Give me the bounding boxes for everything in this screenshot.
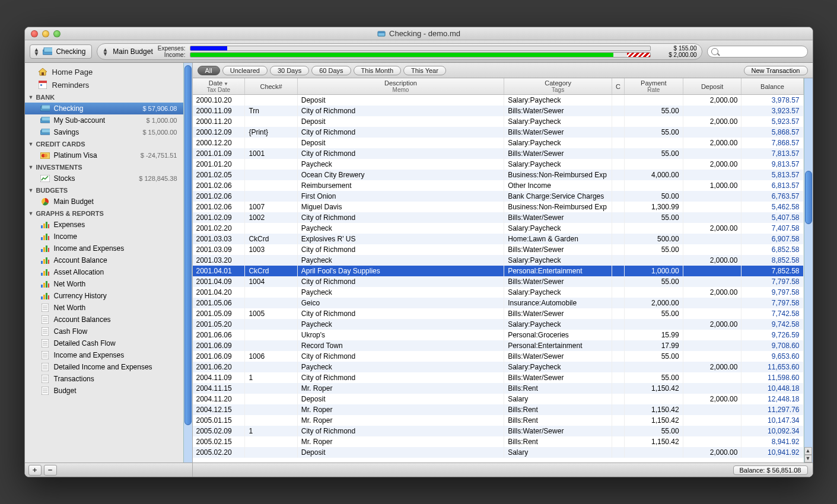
scrollbar-thumb[interactable]	[184, 65, 192, 425]
col-payment[interactable]: PaymentRate	[624, 78, 683, 95]
col-balance[interactable]: Balance	[741, 78, 803, 95]
sidebar-item[interactable]: Savings$ 15,000.00	[25, 126, 183, 138]
scrollbar-thumb[interactable]	[805, 171, 812, 225]
sidebar-item[interactable]: Net Worth	[25, 278, 183, 290]
table-row[interactable]: 2004.11.15Mr. RoperBills:Rent1,150.4210,…	[193, 383, 804, 394]
sidebar-item[interactable]: Account Balance	[25, 254, 183, 266]
sidebar-item[interactable]: My Sub-account$ 1,000.00	[25, 114, 183, 126]
table-row[interactable]: 2000.12.09{Print}City of RichmondBills:W…	[193, 127, 804, 138]
table-row[interactable]: 2001.02.06ReimbursementOther Income1,000…	[193, 180, 804, 191]
sidebar-item[interactable]: Expenses	[25, 219, 183, 231]
filter-pill[interactable]: 60 Days	[311, 66, 351, 75]
table-row[interactable]: 2001.06.20PaycheckSalary:Paycheck2,000.0…	[193, 362, 804, 372]
table-row[interactable]: 2001.04.091004City of RichmondBills:Wate…	[193, 276, 804, 287]
table-row[interactable]: 2001.01.20PaycheckSalary:Paycheck2,000.0…	[193, 159, 804, 170]
sidebar-item[interactable]: Cash Flow	[25, 326, 183, 337]
table-row[interactable]: 2001.04.01CkCrdApril Fool's Day Supplies…	[193, 266, 804, 276]
table-row[interactable]: 2001.04.20PaycheckSalary:Paycheck2,000.0…	[193, 287, 804, 298]
col-category[interactable]: CategoryTags	[504, 78, 612, 95]
col-deposit[interactable]: Deposit	[683, 78, 741, 95]
table-row[interactable]: 2000.11.20DepositSalary:Paycheck2,000.00…	[193, 116, 804, 127]
sidebar-section-header[interactable]: ▼BANK	[25, 91, 183, 103]
sidebar-item[interactable]: Stocks$ 128,845.38	[25, 173, 183, 184]
col-date[interactable]: Date▼Tax Date	[193, 78, 245, 95]
transactions-table[interactable]: Date▼Tax Date Check# DescriptionMemo Cat…	[193, 78, 804, 462]
search-field[interactable]	[707, 46, 808, 58]
pie-icon	[40, 197, 50, 206]
sidebar-item[interactable]: Transactions	[25, 373, 183, 385]
zoom-button[interactable]	[53, 30, 61, 37]
filter-pill[interactable]: 30 Days	[270, 66, 309, 75]
filter-pill[interactable]: This Year	[403, 66, 446, 75]
sidebar-item[interactable]: Platinum Visa$ -24,751.51	[25, 149, 183, 161]
new-transaction-button[interactable]: New Transaction	[744, 66, 808, 75]
table-row[interactable]: 2004.11.20DepositSalary2,000.0012,448.18	[193, 394, 804, 404]
table-row[interactable]: 2005.01.15Mr. RoperBills:Rent1,150.4210,…	[193, 415, 804, 426]
remove-button[interactable]: −	[44, 465, 57, 476]
table-row[interactable]: 2000.10.20DepositSalary:Paycheck2,000.00…	[193, 95, 804, 106]
table-row[interactable]: 2001.02.05Ocean City BreweryBusiness:Non…	[193, 170, 804, 180]
filter-pill[interactable]: This Month	[354, 66, 401, 75]
sidebar-item-balance: $ 57,906.08	[142, 105, 177, 112]
table-row[interactable]: 2001.03.091003City of RichmondBills:Wate…	[193, 244, 804, 255]
table-row[interactable]: 2001.05.06GeicoInsurance:Automobile2,000…	[193, 298, 804, 308]
sidebar-section-header[interactable]: ▼GRAPHS & REPORTS	[25, 208, 183, 219]
sidebar-section-header[interactable]: ▼INVESTMENTS	[25, 161, 183, 173]
sidebar-item[interactable]: Income and Expenses	[25, 349, 183, 361]
table-row[interactable]: 2001.03.03CkCrdExplosives R' USHome:Lawn…	[193, 234, 804, 244]
table-row[interactable]: 2001.02.091002City of RichmondBills:Wate…	[193, 212, 804, 223]
sidebar-item[interactable]: Income and Expenses	[25, 243, 183, 254]
sidebar-item[interactable]: Detailed Cash Flow	[25, 337, 183, 349]
table-row[interactable]: 2001.06.091006City of RichmondBills:Wate…	[193, 351, 804, 362]
sidebar-item[interactable]: Net Worth	[25, 302, 183, 314]
sidebar-scrollbar[interactable]	[183, 63, 192, 462]
table-header-row[interactable]: Date▼Tax Date Check# DescriptionMemo Cat…	[193, 78, 804, 95]
sidebar-reminders[interactable]: Reminders	[25, 78, 183, 91]
table-row[interactable]: 2001.02.06First OnionBank Charge:Service…	[193, 191, 804, 202]
col-check[interactable]: Check#	[245, 78, 297, 95]
table-row[interactable]: 2004.12.15Mr. RoperBills:Rent1,150.4211,…	[193, 404, 804, 415]
scroll-down-icon[interactable]: ▼	[804, 455, 812, 462]
sidebar-item[interactable]: Account Balances	[25, 314, 183, 326]
col-cleared[interactable]: C	[612, 78, 625, 95]
add-button[interactable]: +	[28, 465, 42, 476]
col-description[interactable]: DescriptionMemo	[297, 78, 504, 95]
table-row[interactable]: 2001.06.06Ukrop'sPersonal:Groceries15.99…	[193, 330, 804, 340]
close-button[interactable]	[31, 30, 38, 37]
filter-pill[interactable]: Uncleared	[222, 66, 268, 75]
sidebar-item[interactable]: Asset Allocation	[25, 266, 183, 278]
table-row[interactable]: 2000.12.20DepositSalary:Paycheck2,000.00…	[193, 138, 804, 148]
account-selector[interactable]: ▲▼ Checking	[30, 44, 93, 59]
sidebar-section-header[interactable]: ▼BUDGETS	[25, 184, 183, 196]
table-row[interactable]: 2001.01.091001City of RichmondBills:Wate…	[193, 148, 804, 159]
table-row[interactable]: 2001.06.09Record TownPersonal:Entertainm…	[193, 340, 804, 351]
table-row[interactable]: 2001.05.091005City of RichmondBills:Wate…	[193, 308, 804, 319]
sidebar-item-label: Currency History	[54, 292, 107, 300]
sidebar-item[interactable]: Checking$ 57,906.08	[25, 103, 183, 114]
table-scrollbar[interactable]: ▲ ▼	[804, 78, 813, 462]
table-row[interactable]: 2001.03.20PaycheckSalary:Paycheck2,000.0…	[193, 255, 804, 266]
sidebar-section-header[interactable]: ▼CREDIT CARDS	[25, 138, 183, 149]
sidebar-item[interactable]: Income	[25, 231, 183, 243]
sidebar-item[interactable]: Currency History	[25, 290, 183, 302]
titlebar[interactable]: Checking - demo.md	[25, 27, 813, 40]
budget-summary[interactable]: ▲▼ Main Budget Expenses: Income: $ 155.0…	[97, 43, 702, 60]
minimize-button[interactable]	[42, 30, 49, 37]
search-input[interactable]	[721, 48, 804, 55]
filter-pill[interactable]: All	[198, 66, 220, 75]
table-row[interactable]: 2005.02.091City of RichmondBills:Water/S…	[193, 426, 804, 436]
table-row[interactable]: 2005.02.20DepositSalary2,000.0010,941.92	[193, 447, 804, 458]
table-row[interactable]: 2001.02.061007Miguel DavisBusiness:Non-R…	[193, 202, 804, 212]
table-row[interactable]: 2001.02.20PaycheckSalary:Paycheck2,000.0…	[193, 223, 804, 234]
svg-rect-39	[48, 272, 49, 276]
sidebar-item[interactable]: Detailed Income and Expenses	[25, 361, 183, 373]
svg-rect-3	[44, 47, 52, 52]
scroll-up-icon[interactable]: ▲	[804, 447, 812, 455]
table-row[interactable]: 2000.11.09TrnCity of RichmondBills:Water…	[193, 106, 804, 116]
sidebar-item[interactable]: Budget	[25, 385, 183, 397]
table-row[interactable]: 2001.05.20PaycheckSalary:Paycheck2,000.0…	[193, 319, 804, 330]
table-row[interactable]: 2005.02.15Mr. RoperBills:Rent1,150.428,9…	[193, 436, 804, 447]
table-row[interactable]: 2004.11.091City of RichmondBills:Water/S…	[193, 372, 804, 383]
sidebar-home[interactable]: Home Page	[25, 65, 183, 78]
sidebar-item[interactable]: Main Budget	[25, 196, 183, 208]
